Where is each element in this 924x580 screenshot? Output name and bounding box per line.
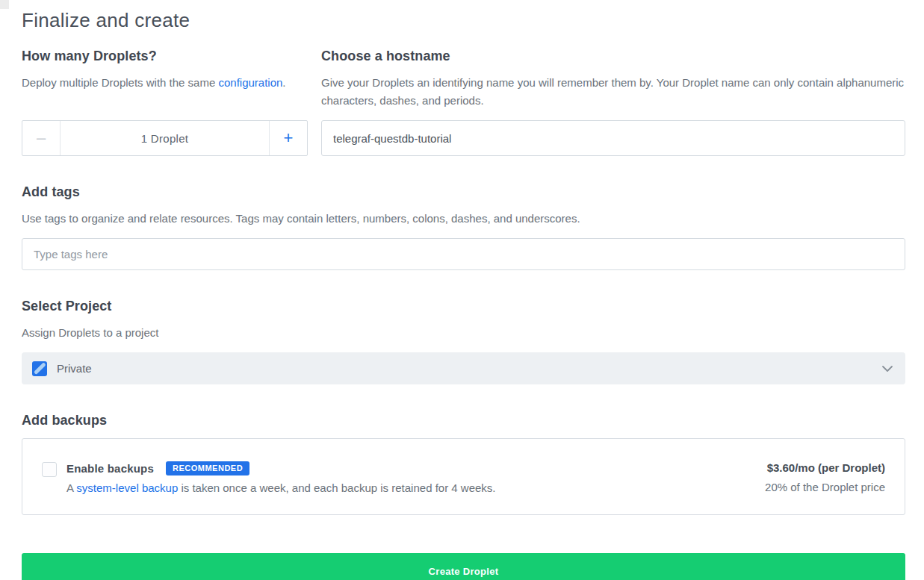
backups-price-note: 20% of the Droplet price — [765, 481, 885, 493]
backups-title-row: Enable backups RECOMMENDED — [66, 461, 750, 475]
hostname-input[interactable] — [321, 120, 905, 156]
project-folder-icon — [32, 361, 47, 376]
finalize-and-create-page: Finalize and create How many Droplets? D… — [0, 0, 924, 580]
tags-heading: Add tags — [22, 184, 905, 200]
backups-card: Enable backups RECOMMENDED A system-leve… — [22, 438, 905, 515]
chevron-down-icon — [881, 365, 893, 372]
droplet-count-stepper: – 1 Droplet + — [22, 120, 308, 156]
project-description: Assign Droplets to a project — [22, 324, 905, 342]
backups-description-prefix: A — [66, 481, 76, 494]
project-section: Select Project Assign Droplets to a proj… — [22, 299, 905, 384]
droplet-count-description-period: . — [282, 76, 285, 89]
backups-heading: Add backups — [22, 413, 905, 428]
project-selected-value: Private — [57, 362, 881, 375]
system-level-backup-link[interactable]: system-level backup — [76, 481, 178, 494]
droplet-count-value: 1 Droplet — [61, 121, 269, 155]
backups-description: A system-level backup is taken once a we… — [66, 481, 750, 494]
backups-price: $3.60/mo (per Droplet) — [765, 461, 885, 474]
enable-backups-checkbox[interactable] — [42, 462, 57, 477]
create-droplet-button[interactable]: Create Droplet — [22, 553, 905, 580]
project-heading: Select Project — [22, 299, 905, 314]
droplet-count-description: Deploy multiple Droplets with the same c… — [22, 74, 308, 120]
recommended-badge: RECOMMENDED — [166, 461, 249, 475]
droplet-count-description-text: Deploy multiple Droplets with the same — [22, 76, 218, 89]
increment-droplets-button[interactable]: + — [269, 121, 307, 155]
backups-description-suffix: is taken once a week, and each backup is… — [178, 481, 495, 494]
hostname-description: Give your Droplets an identifying name y… — [321, 74, 905, 120]
backups-pricing: $3.60/mo (per Droplet) 20% of the Drople… — [765, 461, 885, 493]
tags-description: Use tags to organize and relate resource… — [22, 210, 905, 228]
page-title: Finalize and create — [22, 9, 905, 32]
droplet-count-section: How many Droplets? Deploy multiple Dropl… — [22, 49, 308, 156]
corner-artifact — [0, 0, 9, 9]
tags-input[interactable] — [22, 238, 905, 270]
backups-section: Add backups Enable backups RECOMMENDED A… — [22, 413, 905, 515]
project-select[interactable]: Private — [22, 352, 905, 384]
hostname-heading: Choose a hostname — [321, 49, 905, 64]
droplet-count-heading: How many Droplets? — [22, 49, 308, 64]
decrement-droplets-button[interactable]: – — [22, 121, 61, 155]
hostname-section: Choose a hostname Give your Droplets an … — [321, 49, 905, 156]
enable-backups-label[interactable]: Enable backups — [66, 462, 154, 475]
tags-section: Add tags Use tags to organize and relate… — [22, 184, 905, 270]
configuration-link[interactable]: configuration — [218, 76, 282, 89]
backups-content: Enable backups RECOMMENDED A system-leve… — [66, 461, 750, 494]
top-row: How many Droplets? Deploy multiple Dropl… — [22, 49, 905, 156]
